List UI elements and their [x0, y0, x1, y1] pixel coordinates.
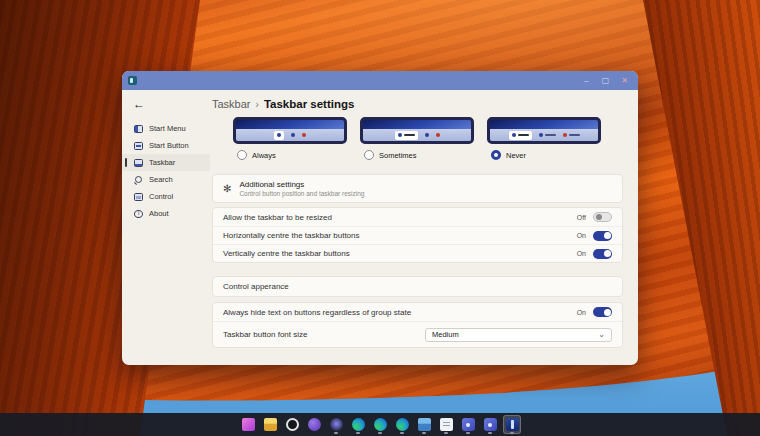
sidebar-item-label: Control: [149, 192, 173, 201]
os-taskbar: [0, 413, 760, 436]
sidebar-item-label: Search: [149, 175, 173, 184]
minimize-button[interactable]: –: [577, 72, 596, 89]
gear-icon: ✻: [223, 183, 231, 194]
taskbar-button-purple-app[interactable]: [305, 415, 323, 434]
section-title: Additional settings: [239, 180, 364, 189]
toggle-hide-text[interactable]: [593, 307, 612, 317]
sidebar-item-about[interactable]: About: [122, 205, 210, 222]
notepad-icon: [440, 418, 453, 431]
about-icon: [134, 210, 143, 218]
control-icon: [134, 193, 143, 201]
preview-taskbar-strip: [490, 129, 598, 141]
desktop: – ▢ ✕ ← Start Menu Start Button Taskbar: [0, 0, 760, 436]
breadcrumb-parent[interactable]: Taskbar: [212, 98, 251, 110]
taskbar-button-visual-studio-1[interactable]: [459, 415, 477, 434]
grouping-previews: [233, 117, 623, 144]
additional-settings-card: Allow the taskbar to be resized Off Hori…: [212, 207, 623, 263]
media-app-icon: [242, 418, 255, 431]
taskbar-button-file-explorer[interactable]: [261, 415, 279, 434]
grouping-radio-group: Always Sometimes Never: [237, 150, 623, 160]
taskbar-button-notepad[interactable]: [437, 415, 455, 434]
sidebar-item-label: Taskbar: [149, 158, 175, 167]
additional-settings-header: ✻ Additional settings Control button pos…: [212, 174, 623, 203]
taskbar-button-ring-app[interactable]: [283, 415, 301, 434]
setting-label: Always hide text on buttons regardless o…: [223, 308, 577, 317]
radio-label: Never: [506, 151, 526, 160]
radio-icon-selected[interactable]: [491, 150, 501, 160]
control-appearance-card: Always hide text on buttons regardless o…: [212, 302, 623, 348]
preview-always[interactable]: [233, 117, 347, 144]
toggle-horizontal-centre[interactable]: [593, 231, 612, 241]
section-title: Control apperance: [223, 282, 289, 291]
radio-icon[interactable]: [237, 150, 247, 160]
toggle-state-label: On: [577, 250, 586, 257]
setting-row-vertical-centre: Vertically centre the taskbar buttons On: [213, 244, 622, 262]
sidebar-item-start-menu[interactable]: Start Menu: [122, 120, 210, 137]
page-title: Taskbar settings: [264, 98, 355, 110]
setting-label: Horizontally centre the taskbar buttons: [223, 231, 577, 240]
taskbar-settings-window: – ▢ ✕ ← Start Menu Start Button Taskbar: [122, 71, 638, 365]
toggle-state-label: Off: [577, 214, 586, 221]
file-explorer-yellow-icon: [264, 418, 277, 431]
breadcrumb-separator-icon: ›: [256, 99, 259, 110]
sidebar-item-control[interactable]: Control: [122, 188, 210, 205]
font-size-dropdown[interactable]: Medium ⌄: [425, 328, 612, 342]
setting-label: Taskbar button font size: [223, 330, 425, 339]
radio-option-sometimes[interactable]: Sometimes: [364, 150, 491, 160]
taskbar-settings-app-icon: [506, 418, 519, 431]
visual-studio-icon: [462, 418, 475, 431]
sidebar-item-search[interactable]: Search: [122, 171, 210, 188]
radio-icon[interactable]: [364, 150, 374, 160]
radio-option-never[interactable]: Never: [491, 150, 618, 160]
toggle-vertical-centre[interactable]: [593, 249, 612, 259]
sidebar-item-start-button[interactable]: Start Button: [122, 137, 210, 154]
taskbar-button-edge-3[interactable]: [393, 415, 411, 434]
setting-row-hide-text: Always hide text on buttons regardless o…: [213, 303, 622, 321]
setting-row-font-size: Taskbar button font size Medium ⌄: [213, 321, 622, 347]
dropdown-value: Medium: [432, 330, 598, 339]
taskbar-icon: [134, 159, 143, 167]
edge-browser-icon: [396, 418, 409, 431]
chevron-down-icon: ⌄: [598, 332, 605, 338]
window-controls: – ▢ ✕: [577, 72, 634, 89]
radio-option-always[interactable]: Always: [237, 150, 364, 160]
setting-label: Allow the taskbar to be resized: [223, 213, 577, 222]
edge-browser-icon: [352, 418, 365, 431]
taskbar-button-indigo-app[interactable]: [327, 415, 345, 434]
preview-never[interactable]: [487, 117, 601, 144]
setting-row-horizontal-centre: Horizontally centre the taskbar buttons …: [213, 226, 622, 244]
toggle-state-label: On: [577, 309, 586, 316]
radio-label: Always: [252, 151, 276, 160]
toggle-resize[interactable]: [593, 212, 612, 222]
start-menu-icon: [134, 125, 143, 133]
control-appearance-header: Control apperance: [212, 276, 623, 297]
taskbar-button-taskbar-settings-app[interactable]: [503, 415, 521, 434]
setting-label: Vertically centre the taskbar buttons: [223, 249, 577, 258]
taskbar-button-edge-1[interactable]: [349, 415, 367, 434]
taskbar-button-edge-2[interactable]: [371, 415, 389, 434]
sidebar-item-label: About: [149, 209, 169, 218]
indigo-circle-app-icon: [330, 418, 343, 431]
sidebar: ← Start Menu Start Button Taskbar Search: [122, 90, 210, 365]
taskbar-button-visual-studio-2[interactable]: [481, 415, 499, 434]
visual-studio-icon: [484, 418, 497, 431]
content-pane: Taskbar › Taskbar settings: [210, 90, 638, 365]
back-button[interactable]: ←: [133, 97, 147, 111]
preview-taskbar-strip: [363, 129, 471, 141]
taskbar-button-media-app[interactable]: [239, 415, 257, 434]
search-icon: [134, 176, 143, 184]
window-titlebar[interactable]: – ▢ ✕: [122, 71, 638, 90]
blue-folder-app-icon: [418, 418, 431, 431]
breadcrumb: Taskbar › Taskbar settings: [212, 98, 623, 110]
sidebar-item-label: Start Menu: [149, 124, 186, 133]
close-button[interactable]: ✕: [615, 72, 634, 89]
section-subtitle: Control button position and taskbar resi…: [239, 190, 364, 197]
sidebar-item-label: Start Button: [149, 141, 189, 150]
maximize-button[interactable]: ▢: [596, 72, 615, 89]
preview-taskbar-strip: [236, 129, 344, 141]
taskbar-button-blue-folder[interactable]: [415, 415, 433, 434]
preview-sometimes[interactable]: [360, 117, 474, 144]
sidebar-item-taskbar[interactable]: Taskbar: [122, 154, 210, 171]
edge-browser-icon: [374, 418, 387, 431]
start-button-icon: [134, 142, 143, 150]
